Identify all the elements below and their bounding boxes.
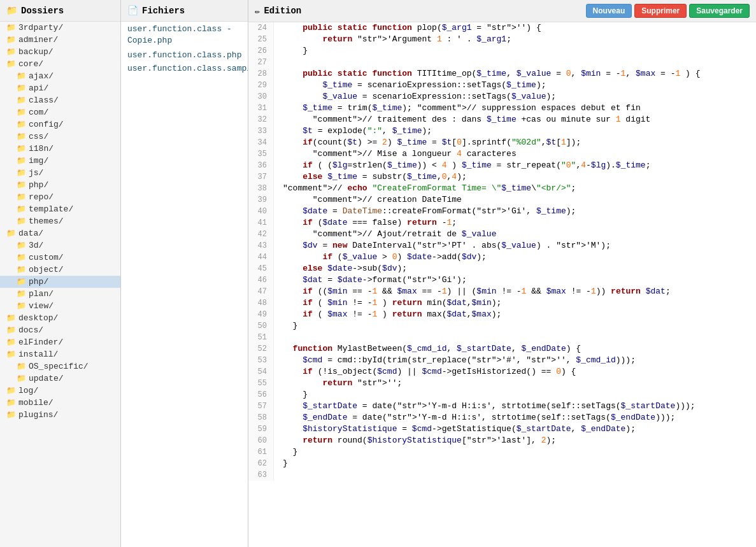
file-item-sample[interactable]: user.function.class.sample.p [121,62,248,75]
sidebar-item-label: docs/ [18,325,43,335]
sidebar-item-os-specific[interactable]: 📁OS_specific/ [0,360,120,373]
sidebar-item-label: custom/ [29,253,64,262]
folder-icon: 📁 [17,192,26,202]
folder-icon: 📁 [17,204,26,214]
line-content: $_startDate = date("str">'Y-m-d H:i:s', … [274,401,695,412]
folder-icon: 📁 [17,374,26,383]
line-content: public static function plop($_arg1 = "st… [274,22,541,34]
sidebar-title: Dossiers [21,6,64,16]
folder-icon: 📁 [6,386,16,395]
line-number: 46 [248,274,274,286]
sidebar-item-core[interactable]: 📁core/ [0,58,120,70]
folder-icon: 📁 [6,47,16,57]
code-line: 35 "comment">// Mise a longueur 4 caract… [248,148,756,160]
line-content: $dv = new DateInterval("str">'PT' . abs(… [274,240,611,252]
folder-icon: 📁 [17,180,26,190]
sidebar-item-docs[interactable]: 📁docs/ [0,324,120,336]
sidebar-item-3d[interactable]: 📁3d/ [0,239,120,252]
sidebar-item-api[interactable]: 📁api/ [0,82,120,94]
line-number: 44 [248,252,274,263]
sidebar-item-label: object/ [29,265,64,274]
folder-icon: 📁 [17,132,26,141]
line-number: 33 [248,125,274,137]
sidebar-item-plugins[interactable]: 📁plugins/ [0,409,120,421]
sidebar-item-adminer[interactable]: 📁adminer/ [0,34,120,46]
sidebar-item-label: api/ [29,83,48,93]
supprimer-button[interactable]: Supprimer [634,4,687,18]
sidebar-item-label: 3rdparty/ [18,23,63,32]
sidebar-item-data[interactable]: 📁data/ [0,227,120,239]
sidebar-item-label: js/ [29,168,43,178]
line-content: } [274,320,297,332]
line-number: 62 [248,458,274,469]
line-content: } [274,389,308,401]
code-area[interactable]: 24 public static function plop($_arg1 = … [248,22,756,547]
folder-icon: 📁 [6,325,16,335]
code-line: 63 [248,469,756,481]
line-content: $_endDate = date("str">'Y-m-d H:i:s', st… [274,412,675,423]
sidebar-item-label: template/ [29,204,73,214]
sidebar-tree: 📁3rdparty/📁adminer/📁backup/📁core/📁ajax/📁… [0,22,120,421]
sidebar-item-3rdparty[interactable]: 📁3rdparty/ [0,22,120,34]
code-line: 28 public static function TITItime_op($_… [248,68,756,80]
sidebar-item-label: desktop/ [18,313,58,323]
sidebar-item-custom[interactable]: 📁custom/ [0,252,120,264]
sidebar-item-data-php[interactable]: 📁php/ [0,276,120,288]
file-item-copie[interactable]: user.function.class -Copie.php [121,22,248,48]
folder-icon: 📁 [6,410,16,420]
code-line: 61 } [248,446,756,458]
line-number: 47 [248,286,274,297]
sidebar-item-log[interactable]: 📁log/ [0,385,120,397]
line-content: public static function TITItime_op($_tim… [274,68,701,80]
sidebar-item-elfinder[interactable]: 📁elFinder/ [0,336,120,348]
files-list: user.function.class -Copie.phpuser.funct… [121,22,248,75]
sidebar-item-css[interactable]: 📁css/ [0,131,120,143]
sidebar-item-label: css/ [29,132,48,141]
sidebar-item-update[interactable]: 📁update/ [0,373,120,385]
folder-icon: 📁 [6,5,17,16]
line-number: 43 [248,240,274,252]
sidebar-item-mobile[interactable]: 📁mobile/ [0,397,120,409]
sidebar-item-img[interactable]: 📁img/ [0,155,120,167]
code-line: 58 $_endDate = date("str">'Y-m-d H:i:s',… [248,412,756,423]
line-content: if ( $max != -1 ) return max($dat,$max); [274,309,501,320]
sidebar-item-config[interactable]: 📁config/ [0,118,120,131]
sidebar-item-js[interactable]: 📁js/ [0,167,120,179]
sidebar-item-desktop[interactable]: 📁desktop/ [0,312,120,324]
code-line: 44 if ($_value > 0) $date->add($dv); [248,252,756,263]
code-line: 37 else $_time = substr($_time,0,4); [248,171,756,183]
file-item-class[interactable]: user.function.class.php [121,48,248,62]
sidebar-item-repo[interactable]: 📁repo/ [0,191,120,203]
sauvegarder-button[interactable]: Sauvegarder [689,4,750,18]
sidebar-item-label: plan/ [29,289,53,299]
sidebar-item-label: data/ [18,229,43,238]
code-line: 38"comment">// echo "CreateFromFormat Ti… [248,183,756,194]
line-content [274,469,288,481]
line-content: else $_time = substr($_time,0,4); [274,171,467,183]
sidebar-item-backup[interactable]: 📁backup/ [0,46,120,58]
sidebar-item-template[interactable]: 📁template/ [0,203,120,215]
edit-icon: ✏️ [255,6,260,17]
code-line: 24 public static function plop($_arg1 = … [248,22,756,34]
sidebar-item-label: adminer/ [18,35,58,45]
sidebar-item-i18n[interactable]: 📁i18n/ [0,143,120,155]
sidebar-item-view[interactable]: 📁view/ [0,300,120,312]
sidebar-item-php[interactable]: 📁php/ [0,179,120,191]
sidebar-item-ajax[interactable]: 📁ajax/ [0,70,120,82]
folder-icon: 📁 [6,350,16,359]
sidebar-item-install[interactable]: 📁install/ [0,348,120,360]
nouveau-button[interactable]: Nouveau [586,4,632,18]
folder-icon: 📁 [17,253,26,262]
sidebar-item-label: update/ [29,374,64,383]
code-line: 47 if (($min == -1 && $max == -1) || ($m… [248,286,756,297]
sidebar-item-themes[interactable]: 📁themes/ [0,215,120,227]
line-number: 52 [248,343,274,355]
line-content: $cmd = cmd::byId(trim(str_replace("str">… [274,355,636,366]
sidebar-item-class[interactable]: 📁class/ [0,94,120,106]
sidebar-item-com[interactable]: 📁com/ [0,106,120,118]
code-line: 46 $dat = $date->format("str">'Gi'); [248,274,756,286]
line-content: return round($historyStatistique["str">'… [274,435,556,446]
sidebar-item-object[interactable]: 📁object/ [0,264,120,276]
sidebar-item-plan[interactable]: 📁plan/ [0,288,120,300]
folder-icon: 📁 [17,71,26,81]
